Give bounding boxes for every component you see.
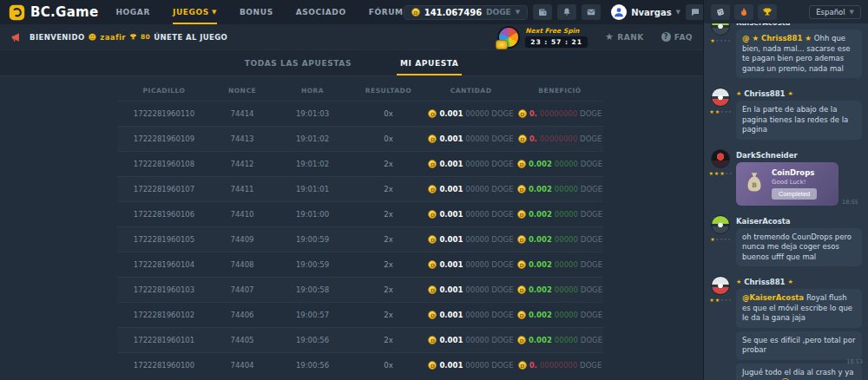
chat-bubble: oh tremendo CounDrops pero nunca me deja… [736,228,862,267]
table-row[interactable]: 17222819601017440519:00:562xD0.00100000D… [117,327,603,352]
star-icon: ★ [736,278,741,285]
star-icon: ★ [605,31,614,43]
bet-hash: 1722281960100 [117,361,211,370]
table-row[interactable]: 17222819601087441219:01:022xD0.00100000D… [117,151,603,176]
app: BC.Game HOGAR JUEGOS▼ BONUS ASOCIADO FÓR… [0,0,868,380]
table-row[interactable]: 17222819601037440719:00:582xD0.00100000D… [117,277,603,302]
dot-icon: • [720,236,723,242]
notifications-button[interactable] [557,4,576,20]
rank-link[interactable]: ★ RANK [605,31,644,43]
coindrops-completed-button[interactable]: Completed [772,188,817,200]
chat-username[interactable]: ★Chriss881★ [736,89,862,98]
table-row[interactable]: 17222819601027440619:00:572xD0.00100000D… [117,302,603,327]
chat-username[interactable]: ★Chriss881★ [736,278,862,286]
bet-nonce: 74413 [211,134,273,143]
table-row[interactable]: 17222819601097441319:01:020xD0.00100000D… [117,126,603,151]
bet-result: 2x [352,336,425,344]
brand-icon [9,4,25,21]
dot-icon: • [716,37,720,43]
envelope-icon [586,7,596,17]
dice-button[interactable] [711,4,730,20]
avatar[interactable] [711,276,730,295]
mention-link[interactable]: @ ★ Chriss881 ★ [742,34,814,43]
table-row[interactable]: 17222819601107441419:01:030xD0.00100000D… [117,101,603,126]
doge-coin-icon: D [411,8,420,16]
bet-time: 19:00:58 [273,285,352,294]
doge-coin-icon: D [428,160,437,168]
chat-toggle-button[interactable] [686,4,705,20]
nav-item-asociado[interactable]: ASOCIADO [296,0,346,24]
chat-username[interactable]: KaiserAcosta [736,23,862,27]
nav-item-forum[interactable]: FÓRUM [369,0,404,24]
bet-time: 19:01:00 [273,210,352,219]
money-bag-icon: B [743,171,766,197]
bet-amount: D0.00100000DOGE [425,109,516,118]
flame-icon [739,7,749,17]
bet-result: 2x [352,160,425,168]
tab-all-bets[interactable]: TODAS LAS APUESTAS [241,59,355,75]
avatar[interactable] [711,215,730,234]
chat-message-meta: ★★••• [710,88,731,143]
chat-message-meta: ★★••• [710,276,731,380]
nav-item-bonus[interactable]: BONUS [240,0,273,24]
bet-amount: D0.00100000DOGE [425,185,516,193]
table-row[interactable]: 17222819601057440919:00:592xD0.00100000D… [117,226,603,252]
free-spin-widget[interactable]: Next Free Spin 23 : 57 : 21 [497,26,588,49]
bet-profit: D0.00200000DOGE [516,260,603,269]
mention-link[interactable]: @KaiserAcosta [742,293,806,302]
doge-coin-icon: D [517,185,526,193]
table-row[interactable]: 17222819601067441019:01:002xD0.00100000D… [117,201,603,226]
freespin-group: Next Free Spin 23 : 57 : 21 ★ RANK ? FAQ [497,26,693,49]
balance-dropdown[interactable]: D 141.067496 DOGE ▼ [404,5,528,20]
doge-coin-icon: D [428,260,437,269]
chat-bubble: @ ★ Chriss881 ★ Ohh que bien, nada mal..… [736,29,862,78]
chat-username[interactable]: DarkSchneider [736,151,862,160]
avatar[interactable] [711,88,730,107]
tab-my-bets[interactable]: MI APUESTA [397,59,462,75]
bet-nonce: 74409 [211,235,273,244]
chat-message: ★★★••DarkSchneiderBCoinDropsGood Luck!Co… [710,149,862,209]
bet-hash: 1722281960110 [117,109,211,118]
bet-profit: D0.00200000DOGE [516,336,603,344]
nav-item-hogar[interactable]: HOGAR [115,0,149,24]
nav-item-juegos[interactable]: JUEGOS▼ [173,0,217,24]
bet-nonce: 74406 [211,311,273,319]
table-row[interactable]: 17222819601077441119:01:012xD0.00100000D… [117,176,603,201]
svg-text:B: B [752,181,757,189]
brand-logo[interactable]: BC.Game [9,4,98,21]
faq-link[interactable]: ? FAQ [661,32,693,42]
user-rank-stars: ★•••• [710,236,731,242]
col-header-amount: CANTIDAD [425,87,516,95]
dot-icon: • [728,108,732,115]
dot-icon: • [725,108,728,115]
question-icon: ? [661,32,671,42]
trophy-icon [129,33,137,41]
chat-message: ★★•••★Chriss881★@KaiserAcosta Royal flus… [710,276,862,380]
avatar[interactable] [711,149,730,168]
bet-profit: D0.00200000DOGE [516,185,603,193]
bet-time: 19:00:57 [273,311,352,319]
bet-amount: D0.00100000DOGE [425,160,516,168]
top-bar: BC.Game HOGAR JUEGOS▼ BONUS ASOCIADO FÓR… [0,0,703,24]
chat-bubble: Jugué todo el día al crash y ya me canso… [736,364,862,380]
bet-nonce: 74404 [211,361,273,370]
wallet-button[interactable] [533,4,552,20]
messages-button[interactable] [582,4,601,20]
bet-amount: D0.00100000DOGE [425,311,516,319]
doge-coin-icon: D [517,160,526,168]
chat-username[interactable]: KaiserAcosta [736,217,862,226]
hot-games-button[interactable] [734,4,753,20]
user-menu[interactable]: Nvargas ▼ [611,4,681,20]
table-row[interactable]: 17222819601047440819:00:592xD0.00100000D… [117,252,603,277]
welcome-username[interactable]: zaafir [100,33,126,42]
coindrops-title: CoinDrops [772,168,817,177]
coindrops-card[interactable]: BCoinDropsGood Luck!Completed [736,162,838,206]
contest-button[interactable] [758,4,777,20]
main-nav: HOGAR JUEGOS▼ BONUS ASOCIADO FÓRUM [115,0,403,24]
language-select[interactable]: Español ▼ [809,5,861,19]
doge-coin-icon: D [428,311,437,319]
star-icon: ★ [710,37,714,43]
avatar[interactable] [711,23,730,36]
table-row[interactable]: 17222819601007440419:00:560xD0.00100000D… [117,352,603,377]
bet-nonce: 74411 [211,185,273,193]
